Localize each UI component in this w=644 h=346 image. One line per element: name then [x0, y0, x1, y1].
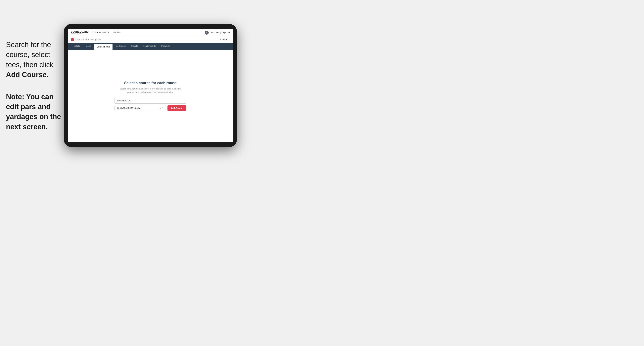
tab-printables[interactable]: Printables	[158, 43, 173, 50]
tablet-device: SCOREBOARD Powered by clippd TOURNAMENTS…	[64, 24, 237, 147]
add-course-button[interactable]: Add Course	[168, 105, 186, 111]
nav-teams[interactable]: TEAMS	[113, 31, 120, 34]
nav-tournaments[interactable]: TOURNAMENTS	[92, 31, 109, 34]
tab-leaderboards[interactable]: Leaderboards	[140, 43, 158, 50]
course-section-title: Select a course for each round	[114, 81, 186, 85]
annotation-note1: Note: You can	[6, 92, 62, 102]
course-section: Select a course for each round Search fo…	[114, 81, 186, 111]
signout-link[interactable]: Sign out	[222, 31, 230, 34]
tee-clear-icon[interactable]: ✕	[159, 107, 161, 109]
main-content: Select a course for each round Search fo…	[68, 50, 233, 142]
tee-select-row: Gold (M) (M) (7010 yds) ✕ ⌃ Add Course	[114, 105, 186, 111]
logo: SCOREBOARD Powered by clippd	[71, 31, 88, 34]
user-avatar: U	[205, 31, 209, 35]
nav-links: TOURNAMENTS TEAMS	[92, 31, 205, 34]
tab-results[interactable]: Results	[128, 43, 140, 50]
annotation-text: Search for the course, select tees, then…	[6, 40, 62, 132]
course-search-input[interactable]	[114, 98, 186, 104]
logo-subtitle: Powered by clippd	[71, 33, 88, 34]
annotation-line1: Search for the	[6, 40, 62, 50]
tournament-name: Clippd Invitational (Men)	[76, 38, 101, 41]
tournament-header: C Clippd Invitational (Men) Cancel ✕	[68, 36, 233, 43]
logo-title: SCOREBOARD	[71, 31, 88, 33]
navbar: SCOREBOARD Powered by clippd TOURNAMENTS…	[68, 29, 233, 36]
tablet-screen: SCOREBOARD Powered by clippd TOURNAMENTS…	[68, 29, 233, 142]
annotation-note3: yardages on the	[6, 112, 62, 122]
course-section-subtitle: Search for a course and select a tee. Yo…	[114, 87, 186, 94]
tournament-logo-icon: C	[71, 38, 74, 41]
tab-course-setup[interactable]: Course Setup	[94, 44, 112, 50]
annotation-note2: edit pars and	[6, 102, 62, 112]
tee-select-value: Gold (M) (M) (7010 yds)	[117, 107, 140, 109]
user-label: Test User	[210, 31, 219, 34]
tab-details[interactable]: Details	[71, 43, 83, 50]
annotation-line2: course, select	[6, 50, 62, 60]
nav-separator: |	[220, 31, 221, 34]
tee-select[interactable]: Gold (M) (M) (7010 yds) ✕ ⌃	[114, 105, 166, 111]
tab-navigation: Details Teams Course Setup Tee Groups Re…	[68, 43, 233, 50]
nav-right: U Test User | Sign out	[205, 31, 230, 35]
cancel-button[interactable]: Cancel ✕	[220, 38, 230, 41]
tee-chevron-icon[interactable]: ⌃	[162, 107, 163, 109]
tab-tee-groups[interactable]: Tee Groups	[112, 43, 128, 50]
tee-select-controls: ✕ ⌃	[159, 107, 163, 109]
annotation-line3: tees, then click	[6, 60, 62, 70]
tab-teams[interactable]: Teams	[83, 43, 94, 50]
annotation-bold: Add Course.	[6, 70, 62, 80]
annotation-note4: next screen.	[6, 122, 62, 132]
cancel-x-icon: ✕	[228, 38, 230, 41]
